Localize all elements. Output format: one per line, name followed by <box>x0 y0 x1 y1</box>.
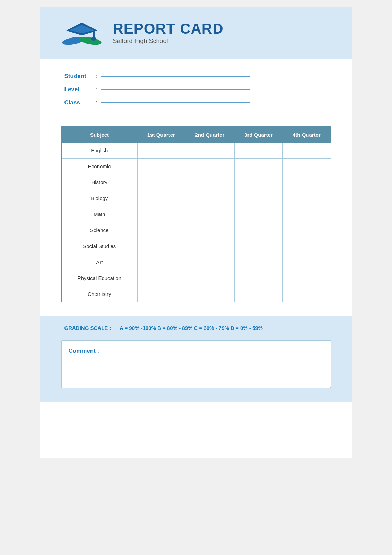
q1-grade <box>138 174 185 190</box>
class-colon: : <box>96 99 97 106</box>
q1-grade <box>138 143 185 159</box>
report-card-title: REPORT CARD <box>113 22 224 36</box>
table-header-row: Subject 1st Quarter 2nd Quarter 3rd Quar… <box>61 127 331 143</box>
table-row: Social Studies <box>61 238 331 254</box>
header: REPORT CARD Salford High School <box>40 7 352 59</box>
table-row: History <box>61 174 331 190</box>
q4-grade <box>282 143 331 159</box>
q3-grade <box>235 270 283 286</box>
grading-scale-values: A = 90% -100% B = 80% - 89% C = 60% - 79… <box>120 325 263 331</box>
school-logo <box>61 17 103 49</box>
svg-point-4 <box>91 37 96 41</box>
level-colon: : <box>96 86 97 93</box>
q2-grade <box>185 190 234 206</box>
grading-scale-text: GRADING SCALE : A = 90% -100% B = 80% - … <box>64 325 263 331</box>
q2-grade <box>185 254 234 270</box>
q4-grade <box>282 286 331 302</box>
q1-grade <box>138 254 185 270</box>
class-label: Class <box>64 99 96 106</box>
table-row: Math <box>61 206 331 222</box>
q4-grade <box>282 174 331 190</box>
table-row: Physical Education <box>61 270 331 286</box>
q3-grade <box>235 286 283 302</box>
q3-grade <box>235 159 283 174</box>
table-row: Art <box>61 254 331 270</box>
grades-table: Subject 1st Quarter 2nd Quarter 3rd Quar… <box>61 126 331 302</box>
q1-grade <box>138 222 185 238</box>
subject-name: Art <box>61 254 138 270</box>
svg-rect-3 <box>93 31 95 38</box>
q2-grade <box>185 238 234 254</box>
subject-name: History <box>61 174 138 190</box>
header-text: REPORT CARD Salford High School <box>113 22 224 45</box>
q2-grade <box>185 222 234 238</box>
q4-grade <box>282 254 331 270</box>
col-subject: Subject <box>61 127 138 143</box>
table-row: Economic <box>61 159 331 174</box>
q2-grade <box>185 174 234 190</box>
q3-grade <box>235 254 283 270</box>
q2-grade <box>185 143 234 159</box>
col-q4: 4th Quarter <box>282 127 331 143</box>
subject-name: Math <box>61 206 138 222</box>
table-row: English <box>61 143 331 159</box>
table-row: Biology <box>61 190 331 206</box>
student-colon: : <box>96 73 97 80</box>
q1-grade <box>138 238 185 254</box>
q1-grade <box>138 286 185 302</box>
q3-grade <box>235 174 283 190</box>
q2-grade <box>185 206 234 222</box>
q4-grade <box>282 206 331 222</box>
subject-name: Science <box>61 222 138 238</box>
student-row: Student : <box>64 73 328 80</box>
subject-name: Social Studies <box>61 238 138 254</box>
table-section: Subject 1st Quarter 2nd Quarter 3rd Quar… <box>40 123 352 313</box>
q1-grade <box>138 159 185 174</box>
q3-grade <box>235 143 283 159</box>
q4-grade <box>282 159 331 174</box>
level-label: Level <box>64 86 96 93</box>
col-q3: 3rd Quarter <box>235 127 283 143</box>
q3-grade <box>235 206 283 222</box>
class-row: Class : <box>64 99 328 106</box>
table-row: Science <box>61 222 331 238</box>
comment-label: Comment : <box>69 348 324 355</box>
subject-name: Chemistry <box>61 286 138 302</box>
class-line <box>101 102 250 103</box>
svg-point-1 <box>79 36 102 46</box>
student-info-section: Student : Level : Class : <box>40 59 352 123</box>
col-q1: 1st Quarter <box>138 127 185 143</box>
q1-grade <box>138 206 185 222</box>
grading-section: GRADING SCALE : A = 90% -100% B = 80% - … <box>40 316 352 340</box>
grading-label: GRADING SCALE : <box>64 325 111 331</box>
comment-section: Comment : <box>40 340 352 402</box>
q2-grade <box>185 286 234 302</box>
q3-grade <box>235 222 283 238</box>
q4-grade <box>282 238 331 254</box>
q4-grade <box>282 222 331 238</box>
q4-grade <box>282 270 331 286</box>
q2-grade <box>185 159 234 174</box>
subject-name: Biology <box>61 190 138 206</box>
col-q2: 2nd Quarter <box>185 127 234 143</box>
q3-grade <box>235 238 283 254</box>
subject-name: Physical Education <box>61 270 138 286</box>
level-line <box>101 89 250 90</box>
q3-grade <box>235 190 283 206</box>
subject-name: Economic <box>61 159 138 174</box>
student-line <box>101 76 250 77</box>
q1-grade <box>138 190 185 206</box>
comment-box: Comment : <box>61 340 331 388</box>
q1-grade <box>138 270 185 286</box>
level-row: Level : <box>64 86 328 93</box>
subject-name: English <box>61 143 138 159</box>
q2-grade <box>185 270 234 286</box>
page: REPORT CARD Salford High School Student … <box>40 7 352 458</box>
q4-grade <box>282 190 331 206</box>
school-name: Salford High School <box>113 37 224 45</box>
table-row: Chemistry <box>61 286 331 302</box>
student-label: Student <box>64 73 96 80</box>
